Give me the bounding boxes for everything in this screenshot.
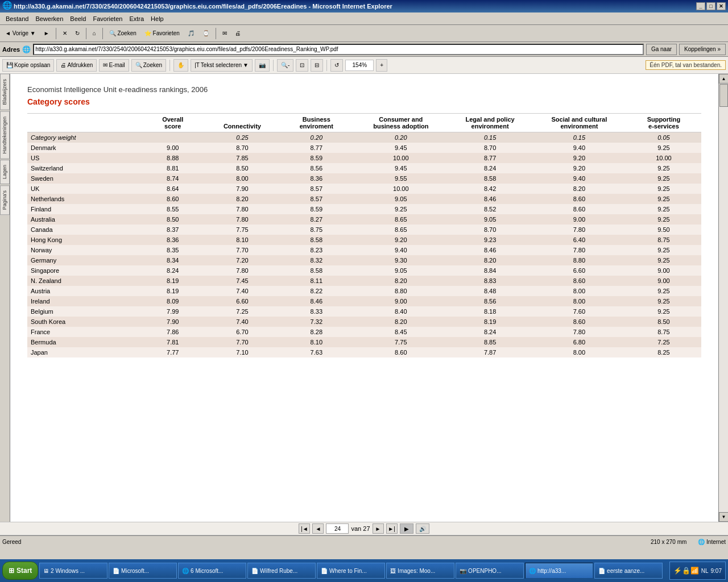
text-select-button[interactable]: |T Tekst selecteren ▼ [191, 59, 253, 72]
taskbar-openphoto[interactable]: 📷 OPENPHO... [456, 563, 524, 579]
table-row: Norway 8.35 7.70 8.23 9.40 8.46 7.80 9.2… [27, 245, 701, 255]
history-button[interactable]: ⌚ [200, 27, 212, 40]
taskbar-http[interactable]: 🌐 http://a33... [525, 563, 593, 579]
col-connectivity: Connectivity [206, 114, 279, 132]
browser-content: Bladwijzers Handtekeningen Lagen Pagina'… [0, 74, 728, 522]
bookmarks-tab[interactable]: Bladwijzers [0, 74, 10, 110]
windows-logo: ⊞ [9, 567, 14, 575]
menu-help[interactable]: Help [147, 14, 167, 23]
title-bar: 🌐 http://a330.g.akamai.net/7/330/2540/20… [0, 0, 728, 13]
links-button[interactable]: Koppelingen » [679, 44, 726, 55]
search-pdf-button[interactable]: 🔍 Zoeken [131, 59, 166, 72]
window-title: http://a330.g.akamai.net/7/330/2540/2006… [14, 3, 696, 10]
acrobat-promo: Één PDF, tal van bestanden. [646, 60, 726, 70]
table-row: UK 8.64 7.90 8.57 10.00 8.42 8.20 9.25 [27, 184, 701, 194]
taskbar-images[interactable]: 🖼 Images: Moo... [386, 563, 454, 579]
lang-indicator: NL [701, 568, 709, 574]
signatures-tab[interactable]: Handtekeningen [0, 111, 10, 159]
fit-page-button[interactable]: ⊡ [296, 59, 308, 72]
minimize-button[interactable]: _ [696, 2, 705, 10]
home-button[interactable]: ⌂ [90, 27, 99, 40]
menu-bewerken[interactable]: Bewerken [32, 14, 67, 23]
menu-bar: Bestand Bewerken Beeld Favorieten Extra … [0, 13, 728, 25]
search-button[interactable]: 🔍 Zoeken [106, 27, 139, 40]
zoom-input[interactable] [345, 60, 374, 71]
taskbar-eerste[interactable]: 📄 eerste aanze... [594, 563, 663, 579]
forward-button[interactable]: ► [41, 27, 52, 40]
maximize-button[interactable]: □ [706, 2, 715, 10]
dimensions-text: 210 x 270 mm [651, 539, 686, 545]
stop-button[interactable]: ✕ [60, 27, 70, 40]
page-number-input[interactable] [326, 523, 349, 534]
media-button[interactable]: 🎵 [185, 27, 197, 40]
separator [102, 28, 103, 39]
save-copy-button[interactable]: 💾 Kopie opslaan [2, 59, 54, 72]
back-button[interactable]: ◄ Vorige ▼ [2, 27, 39, 40]
address-input[interactable] [33, 44, 644, 55]
print-button[interactable]: 🖨 [232, 27, 243, 40]
menu-bestand[interactable]: Bestand [2, 14, 32, 23]
zoom-out-button[interactable]: 🔍- [277, 59, 293, 72]
scroll-down-button[interactable]: ▼ [719, 512, 728, 522]
play-button[interactable]: ▶ [400, 523, 413, 534]
prev-page-button[interactable]: ◄ [312, 523, 324, 534]
category-weight-row: Category weight 0.25 0.20 0.20 0.15 0.15… [27, 132, 701, 143]
report-subtitle: Category scores [27, 97, 701, 106]
pages-tab[interactable]: Pagina's [0, 185, 10, 215]
taskbar-microsoft-2[interactable]: 🌐 6 Microsoft... [178, 563, 246, 579]
col-consumer: Consumer andbusiness adoption [354, 114, 448, 132]
go-button[interactable]: Ga naar [646, 44, 677, 55]
address-icon: 🌐 [22, 45, 31, 53]
system-tray: ⚡🔒📶 NL 9:07 [669, 562, 726, 580]
first-page-button[interactable]: |◄ [299, 523, 310, 534]
taskbar-microsoft-1[interactable]: 📄 Microsoft... [109, 563, 177, 579]
start-button[interactable]: ⊞ Start [2, 562, 38, 580]
tray-icons: ⚡🔒📶 [673, 567, 699, 575]
window-controls[interactable]: _ □ ✕ [696, 2, 726, 10]
vertical-scrollbar[interactable]: ▲ ▼ [718, 74, 728, 522]
scroll-thumb[interactable] [719, 84, 728, 107]
table-row: Netherlands 8.60 8.20 8.57 9.05 8.46 8.6… [27, 194, 701, 204]
refresh-button[interactable]: ↻ [72, 27, 82, 40]
last-page-button[interactable]: ►| [386, 523, 398, 534]
taskbar-where[interactable]: 📄 Where to Fin... [317, 563, 385, 579]
table-row: US 8.88 7.85 8.59 10.00 8.77 9.20 10.00 [27, 153, 701, 163]
scroll-track[interactable] [719, 84, 728, 512]
pdf-toolbar: 💾 Kopie opslaan 🖨 Afdrukken ✉ E-mail 🔍 Z… [0, 57, 728, 74]
zoom-in-button[interactable]: + [376, 59, 387, 72]
col-supporting: Supportinge-services [626, 114, 701, 132]
menu-beeld[interactable]: Beeld [67, 14, 89, 23]
separator [273, 60, 274, 71]
separator [86, 28, 86, 39]
hand-tool-button[interactable]: ✋ [173, 59, 188, 72]
internet-zone: 🌐 Internet [698, 539, 726, 545]
table-row: Ireland 8.09 6.60 8.46 9.00 8.56 8.00 9.… [27, 296, 701, 306]
email-button[interactable]: ✉ E-mail [99, 59, 129, 72]
snapshot-button[interactable]: 📷 [255, 59, 270, 72]
favorites-button[interactable]: ⭐ Favorieten [142, 27, 183, 40]
speaker-button[interactable]: 🔊 [416, 523, 429, 534]
separator [326, 60, 327, 71]
table-row: Switzerland 8.81 8.50 8.56 9.45 8.24 9.2… [27, 163, 701, 173]
table-row: Singapore 8.24 7.80 8.58 9.05 8.84 6.60 … [27, 265, 701, 276]
separator [169, 60, 170, 71]
next-page-button[interactable]: ► [373, 523, 384, 534]
table-row: Denmark 9.00 8.70 8.77 9.45 8.70 9.40 9.… [27, 143, 701, 153]
scroll-up-button[interactable]: ▲ [719, 74, 728, 84]
taskbar-windows[interactable]: 🖥 2 Windows ... [39, 563, 107, 579]
menu-extra[interactable]: Extra [126, 14, 147, 23]
taskbar-wilfred[interactable]: 📄 Wilfred Rube... [247, 563, 316, 579]
separator [56, 28, 56, 39]
data-table: Overallscore Connectivity Businessenviro… [27, 113, 701, 357]
print-button[interactable]: 🖨 Afdrukken [56, 59, 97, 72]
fit-width-button[interactable]: ⊟ [311, 59, 323, 72]
col-social: Social and culturalenvironment [532, 114, 626, 132]
pdf-navigation: |◄ ◄ van 27 ► ►| ▶ 🔊 [0, 522, 728, 535]
table-row: Austria 8.19 7.40 8.22 8.80 8.48 8.00 9.… [27, 286, 701, 296]
close-button[interactable]: ✕ [717, 2, 726, 10]
table-row: Japan 7.77 7.10 7.63 8.60 7.87 8.00 8.25 [27, 347, 701, 357]
layers-tab[interactable]: Lagen [0, 160, 10, 184]
menu-favorieten[interactable]: Favorieten [89, 14, 126, 23]
mail-button[interactable]: ✉ [220, 27, 230, 40]
rotate-button[interactable]: ↺ [330, 59, 343, 72]
